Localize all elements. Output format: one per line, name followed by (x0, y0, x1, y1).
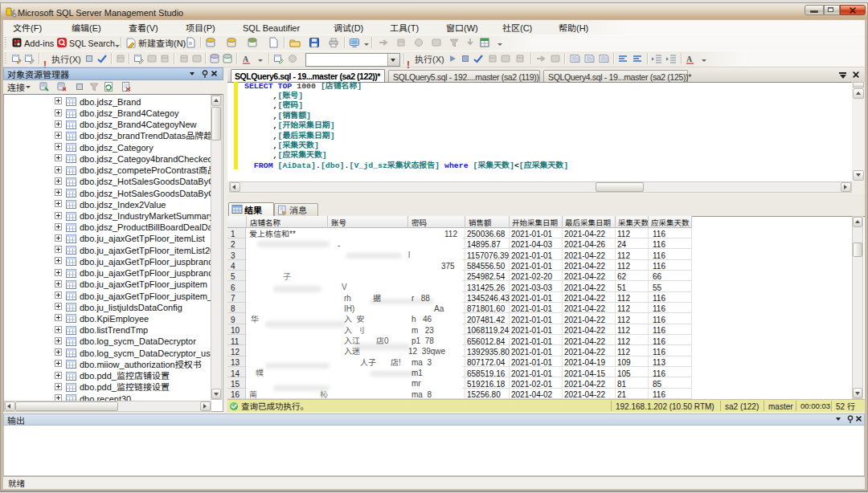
svg-text:A: A (686, 55, 693, 63)
svg-text:A: A (243, 55, 249, 63)
